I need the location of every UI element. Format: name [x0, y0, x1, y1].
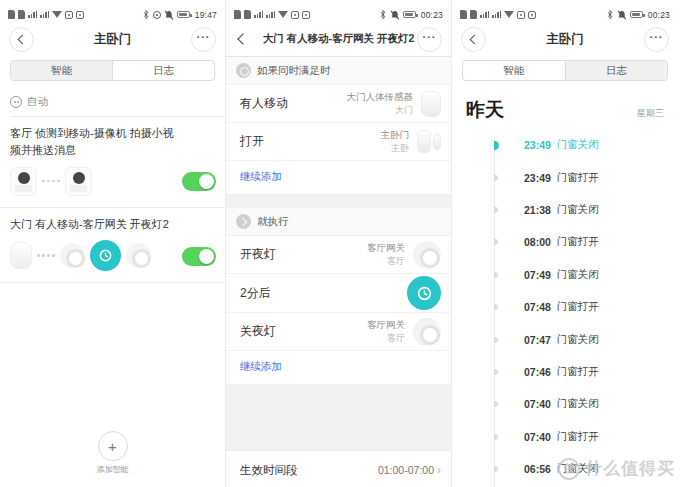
automation-item-camera[interactable]: 客厅 侦测到移动-摄像机 拍摄小视频并推送消息 [0, 117, 225, 208]
back-button[interactable] [237, 33, 248, 44]
log-entry: 07:47门窗关闭 [494, 323, 678, 355]
action-row-light-off[interactable]: 关夜灯 客厅网关 客厅 [226, 313, 451, 351]
sim1-icon [460, 10, 467, 19]
app-badge-icon [302, 11, 310, 19]
vpn-icon [65, 11, 73, 19]
more-icon: ··· [197, 31, 211, 47]
smzdm-watermark: 值 什么值得买 [558, 457, 675, 480]
mute-icon [164, 10, 174, 20]
status-left-icons [460, 10, 536, 19]
more-button[interactable]: ··· [417, 27, 442, 52]
tab-log[interactable]: 日志 [113, 61, 214, 80]
status-bar: 00:23 [452, 0, 678, 22]
screenshot-root: 19:47 主卧门 ··· 智能 日志 自动 客厅 侦测到移动-摄像机 拍摄小视… [0, 0, 680, 487]
timeline-dot-icon [494, 304, 498, 310]
log-time: 07:40 [524, 398, 551, 410]
tab-smart[interactable]: 智能 [463, 61, 566, 80]
add-button[interactable]: + [98, 431, 128, 461]
timeline-dot-icon [494, 272, 498, 278]
timeline-dot-icon [494, 434, 498, 440]
back-button[interactable] [9, 27, 34, 52]
automation-toggle[interactable] [182, 247, 216, 266]
condition-section-header: 如果同时满足时 [226, 57, 451, 85]
nav-bar: 主卧门 ··· [452, 24, 678, 54]
log-event: 门窗打开 [557, 300, 599, 314]
automation-item-nightlight[interactable]: 大门 有人移动-客厅网关 开夜灯2 [0, 208, 225, 283]
action-header-label: 就执行 [257, 215, 289, 229]
status-right-icons: 00:23 [606, 9, 670, 20]
effective-period-label: 生效时间段 [240, 463, 378, 478]
device-name: 主卧门 [381, 129, 410, 142]
log-event: 门窗关闭 [557, 268, 599, 282]
clock-text: 00:23 [648, 10, 670, 20]
battery-icon [630, 11, 643, 18]
action-section-header: 就执行 [226, 208, 451, 236]
body-sensor-device-icon [421, 91, 441, 117]
chevron-left-icon [18, 34, 28, 44]
condition-row-motion[interactable]: 有人移动 大门人体传感器 大门 [226, 85, 451, 123]
chevron-left-icon [470, 34, 480, 44]
action-row-light-on[interactable]: 开夜灯 客厅网关 客厅 [226, 236, 451, 274]
chevron-right-icon: › [437, 463, 441, 477]
automation-icon [10, 96, 22, 108]
section-label: 自动 [27, 95, 48, 109]
tab-log[interactable]: 日志 [566, 61, 668, 80]
log-time: 23:49 [524, 139, 551, 151]
vpn-icon [291, 11, 299, 19]
link-dots-icon [37, 254, 55, 257]
action-label: 2分后 [240, 285, 407, 302]
camera-device-icon [65, 167, 92, 196]
tab-smart[interactable]: 智能 [11, 61, 113, 80]
timeline-dot-icon [494, 175, 498, 181]
device-room: 客厅 [367, 255, 405, 267]
nav-bar: 主卧门 ··· [0, 24, 225, 54]
more-button[interactable]: ··· [191, 27, 216, 52]
signal-bars-icon [480, 11, 489, 19]
log-event: 门窗关闭 [557, 397, 599, 411]
camera-device-icon [10, 167, 37, 196]
device-info: 大门人体传感器 大门 [347, 91, 414, 116]
plus-icon: + [108, 438, 117, 455]
condition-row-open[interactable]: 打开 主卧门 主卧 [226, 123, 451, 161]
add-condition-link[interactable]: 继续添加 [226, 161, 451, 195]
automation-toggle[interactable] [182, 172, 216, 191]
log-time: 08:00 [524, 236, 551, 248]
day-heading: 昨天 [466, 97, 637, 123]
condition-label: 有人移动 [240, 95, 347, 112]
log-time: 07:40 [524, 431, 551, 443]
page-title: 大门 有人移动-客厅网关 开夜灯2 [262, 32, 415, 46]
right-phone-panel: 00:23 主卧门 ··· 智能 日志 昨天 星期三 23:49门窗关闭 23:… [452, 0, 678, 487]
condition-label: 打开 [240, 133, 381, 150]
add-smart: + 添加智能 [0, 431, 225, 475]
back-button[interactable] [461, 27, 486, 52]
log-time: 06:56 [524, 463, 551, 475]
log-entry: 07:40门窗关闭 [494, 388, 678, 420]
weekday-label: 星期三 [637, 107, 664, 120]
device-room: 大门 [347, 104, 414, 116]
log-day-header: 昨天 星期三 [452, 81, 678, 129]
automation-devices [10, 165, 175, 197]
log-event: 门窗关闭 [557, 138, 599, 152]
effective-period-value: 01:00-07:00 [378, 464, 434, 476]
motion-sensor-device-icon [10, 242, 32, 269]
log-timeline: 23:49门窗关闭 23:49门窗打开 21:38门窗关闭 08:00门窗打开 … [494, 129, 678, 487]
execute-icon [236, 214, 251, 229]
timeline-dot-icon [494, 369, 498, 375]
wifi-icon [52, 11, 62, 18]
log-entry: 23:49门窗打开 [494, 161, 678, 193]
condition-header-label: 如果同时满足时 [257, 64, 331, 78]
door-sensor-device-icon [417, 130, 441, 153]
effective-period-row[interactable]: 生效时间段 01:00-07:00 › [226, 450, 451, 487]
action-row-delay[interactable]: 2分后 [226, 274, 451, 313]
signal-bars-icon [254, 11, 263, 19]
signal-bars-icon [28, 11, 37, 19]
page-title: 主卧门 [36, 31, 189, 48]
log-event: 门窗打开 [557, 235, 599, 249]
timeline-dot-icon [494, 337, 498, 343]
action-label: 开夜灯 [240, 246, 367, 263]
add-action-link[interactable]: 继续添加 [226, 351, 451, 385]
section-gap [226, 195, 451, 208]
location-icon [153, 11, 161, 19]
more-button[interactable]: ··· [644, 27, 669, 52]
signal-bars-icon [492, 11, 501, 19]
